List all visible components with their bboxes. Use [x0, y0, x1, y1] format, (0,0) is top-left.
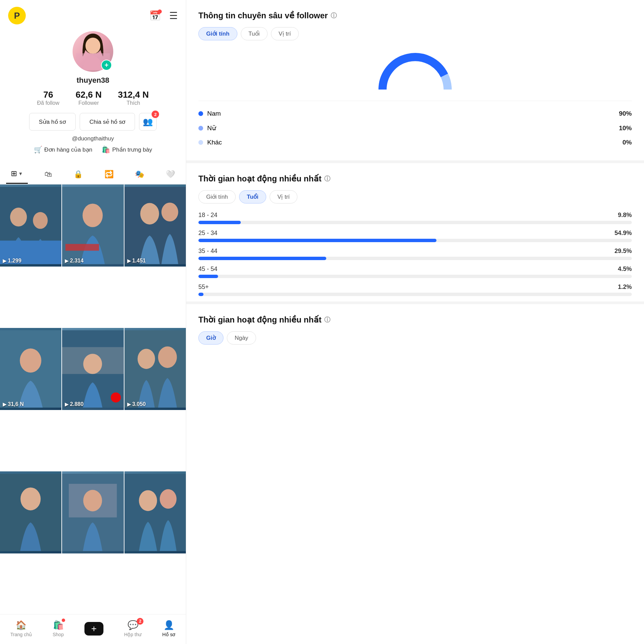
video-content-1 [0, 184, 61, 267]
activity-filter-location[interactable]: Vị trí [270, 190, 297, 203]
video-content-8 [62, 471, 123, 553]
bar-pct-1824: 9.8% [618, 212, 632, 219]
home-icon: 🏠 [16, 620, 26, 630]
svg-rect-27 [124, 330, 186, 408]
video-thumb-6[interactable]: ▶ 3.050 [124, 328, 186, 410]
bar-pct-55plus: 1.2% [618, 284, 632, 291]
follower-filter-tabs: Giới tính Tuổi Vị trí [198, 27, 632, 40]
inbox-badge: 2 [137, 618, 143, 625]
play-icon-6: ▶ [127, 402, 131, 407]
menu-icon[interactable]: ☰ [169, 10, 178, 21]
svg-rect-34 [62, 474, 123, 551]
right-panel: Thông tin chuyên sâu về follower ⓘ Giới … [186, 0, 644, 644]
svg-rect-18 [0, 330, 61, 408]
edit-profile-button[interactable]: Sửa hồ sơ [29, 113, 76, 131]
svg-rect-11 [65, 244, 99, 251]
nav-shop[interactable]: 🛍️ Shop [53, 620, 64, 637]
nav-create[interactable]: + [84, 622, 103, 636]
activity2-filter-tabs: Giờ Ngày [198, 331, 632, 345]
video-3-stats: ▶ 1.451 [127, 258, 146, 264]
activity-filter-gender[interactable]: Giới tính [198, 190, 236, 203]
filter-tab-location[interactable]: Vị trí [271, 27, 299, 40]
video-6-views: 3.050 [132, 401, 146, 407]
video-1-stats: ▶ 1.299 [3, 258, 21, 264]
video-1-views: 1.299 [8, 258, 21, 264]
dot-nu [198, 126, 203, 131]
play-icon: ▶ [3, 258, 6, 264]
bar-track-2534 [198, 239, 632, 242]
tab-grid[interactable]: ⊞ ▼ [6, 166, 28, 184]
nav-inbox[interactable]: 💬 2 Hộp thư [124, 620, 141, 637]
notif-dot [158, 9, 162, 14]
video-thumb-8[interactable] [62, 471, 123, 553]
nav-profile[interactable]: 👤 Hồ sơ [162, 620, 175, 637]
profile-label: Hồ sơ [162, 632, 175, 637]
video-content-4 [0, 328, 61, 410]
gender-row-nu: Nữ 10% [198, 121, 632, 135]
svg-rect-15 [124, 187, 186, 264]
nav-home[interactable]: 🏠 Trang chủ [11, 620, 32, 637]
video-thumb-7[interactable] [0, 471, 61, 553]
svg-point-1 [85, 38, 100, 54]
share-profile-button[interactable]: Chia sẻ hồ sơ [80, 113, 135, 131]
video-thumb-5[interactable]: ▶ 2.880 [62, 328, 123, 410]
activity2-filter-day[interactable]: Ngày [227, 331, 256, 345]
calendar-icon[interactable]: 📅 [149, 10, 161, 21]
orders-label: Đơn hàng của bạn [44, 146, 93, 153]
create-plus-button[interactable]: + [84, 622, 103, 636]
following-count: 76 [43, 90, 53, 100]
bar-row-1824: 18 - 24 9.8% [198, 212, 632, 224]
followers-label: Follower [78, 100, 99, 106]
gender-khac-pct: 0% [623, 139, 632, 146]
video-3-views: 1.451 [132, 258, 146, 264]
friend-add-button[interactable]: 👥 2 [139, 113, 157, 131]
bar-label-4554: 45 - 54 [198, 266, 217, 273]
gender-nam-label: Nam [207, 110, 221, 117]
filter-tab-gender[interactable]: Giới tính [198, 27, 237, 40]
tabs-bar: ⊞ ▼ 🛍 🔒 🔁 🎭 🤍 [0, 162, 186, 184]
video-thumb-1[interactable]: ▶ 1.299 [0, 184, 61, 267]
bag-icon: 🛍️ [102, 145, 110, 154]
activity-filter-age[interactable]: Tuổi [239, 190, 266, 203]
face-icon: 🎭 [135, 170, 144, 179]
tab-face[interactable]: 🎭 [130, 167, 149, 183]
video-2-views: 2.314 [70, 258, 83, 264]
bar-header-4554: 45 - 54 4.5% [198, 266, 632, 273]
orders-link[interactable]: 🛒 Đơn hàng của bạn [34, 145, 93, 154]
tab-lock[interactable]: 🔒 [69, 167, 87, 183]
filter-tab-age[interactable]: Tuổi [241, 27, 268, 40]
gender-row-khac: Khác 0% [198, 135, 632, 150]
gender-nu-label: Nữ [207, 124, 216, 132]
gender-stats: Nam 90% Nữ 10% Khác 0% [198, 101, 632, 150]
svg-rect-38 [124, 474, 186, 551]
bar-pct-4554: 4.5% [618, 266, 632, 273]
likes-count: 312,4 N [118, 90, 149, 100]
activity2-filter-hour[interactable]: Giờ [198, 331, 223, 345]
video-thumb-2[interactable]: ▶ 2.314 [62, 184, 123, 267]
likes-label: Thích [126, 100, 140, 106]
info-icon-follower: ⓘ [331, 12, 337, 20]
logo: P [8, 7, 26, 24]
bar-header-3544: 35 - 44 29.5% [198, 248, 632, 255]
tab-repost[interactable]: 🔁 [100, 167, 118, 183]
video-thumb-9[interactable] [124, 471, 186, 553]
bar-track-3544 [198, 257, 632, 260]
activity-section-title: Thời gian hoạt động nhiều nhất ⓘ [198, 174, 632, 183]
add-profile-btn[interactable]: + [101, 60, 112, 71]
shop-label: Shop [53, 632, 64, 637]
tab-bag[interactable]: 🛍 [40, 167, 57, 183]
inbox-label: Hộp thư [124, 632, 141, 637]
top-bar-left: P [8, 7, 26, 24]
bar-label-2534: 25 - 34 [198, 230, 217, 237]
bar-header-55plus: 55+ 1.2% [198, 284, 632, 291]
left-panel: P 📅 ☰ [0, 0, 186, 644]
section-divider-2 [186, 301, 644, 304]
home-label: Trang chủ [11, 632, 32, 637]
video-thumb-4[interactable]: ▶ 31,6 N [0, 328, 61, 410]
video-thumb-3[interactable]: ▶ 1.451 [124, 184, 186, 267]
tab-heart[interactable]: 🤍 [161, 167, 180, 183]
grid-icon: ⊞ [11, 169, 17, 178]
gender-left-nam: Nam [198, 110, 221, 117]
svg-rect-30 [0, 474, 61, 551]
showcase-link[interactable]: 🛍️ Phần trưng bày [102, 145, 152, 154]
